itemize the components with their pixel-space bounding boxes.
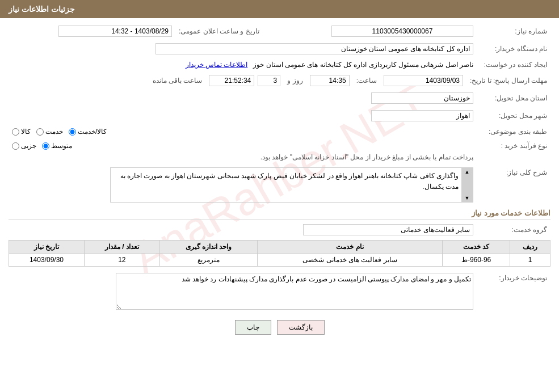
jozii-label: جزیی bbox=[21, 142, 36, 150]
noeFarayand-label: نوع فرآیند خرید : bbox=[477, 140, 550, 151]
col-kod: کد خدمت bbox=[443, 241, 510, 254]
services-table: ردیف کد خدمت نام خدمت واحد اندازه گیری ت… bbox=[9, 240, 550, 267]
page-title: جزئیات اطلاعات نیاز bbox=[9, 5, 75, 14]
ijad-table: ایجاد کننده در خواست: ناصر اصل شرهانی مس… bbox=[9, 59, 550, 70]
ostan-input[interactable] bbox=[371, 92, 473, 104]
page-container: جزئیات اطلاعات نیاز AnaRahber.NET شماره … bbox=[0, 0, 559, 392]
mohlat-rooz-input[interactable] bbox=[258, 75, 280, 86]
ostan-table: استان محل تحویل: bbox=[9, 91, 550, 106]
mohlat-mande-label: ساعت باقی مانده bbox=[149, 75, 206, 86]
mohlat-mande-input[interactable] bbox=[209, 75, 254, 86]
motavasset-radio[interactable] bbox=[42, 142, 49, 150]
grooh-input[interactable] bbox=[303, 224, 473, 235]
jozii-radio-item: جزیی bbox=[12, 142, 36, 150]
grooh-label: گروه خدمت: bbox=[477, 222, 550, 237]
ijadKonande-text: ناصر اصل شرهانی مسئول کاربردازی اداره کل… bbox=[253, 61, 473, 69]
mohlat-rooz-label: روز و bbox=[284, 75, 306, 86]
col-tedad: تعداد / مقدار bbox=[84, 241, 159, 254]
dasgah-table: نام دستگاه خریدار: bbox=[9, 41, 550, 56]
kala-label: کالا bbox=[21, 128, 31, 136]
scroll-down-icon: ▼ bbox=[465, 195, 470, 201]
cell-vahed: مترمربع bbox=[159, 254, 257, 267]
scroll-up-icon: ▲ bbox=[465, 169, 470, 175]
cell-nam: سایر فعالیت های خدماتی شخصی bbox=[257, 254, 442, 267]
col-radif: ردیف bbox=[510, 241, 550, 254]
mohlat-table: مهلت ارسال پاسخ: تا تاریخ: ساعت: روز و س… bbox=[9, 73, 550, 88]
main-content: AnaRahber.NET شماره نیاز: تاریخ و ساعت ا… bbox=[0, 18, 559, 340]
sharhKoli-text: واگذاری کافی شاپ کتابخانه باهنر اهواز وا… bbox=[111, 168, 461, 195]
mohlat-date-input[interactable] bbox=[384, 75, 463, 86]
sharhKoli-label: شرح کلی نیاز: bbox=[477, 166, 550, 204]
tarikh-label: تاریخ و ساعت اعلان عمومی: bbox=[175, 24, 271, 39]
tabaghebandi-table: طبقه بندی موضوعی: کالا خدمت bbox=[9, 126, 550, 137]
shomareNiaz-input[interactable] bbox=[331, 26, 473, 37]
print-button[interactable]: چاپ bbox=[235, 320, 271, 335]
namDasgah-label: نام دستگاه خریدار: bbox=[477, 41, 550, 56]
kala-khedmat-radio-item: کالا/خدمت bbox=[69, 128, 107, 136]
col-nam: نام خدمت bbox=[257, 241, 442, 254]
sharh-table: شرح کلی نیاز: ▲ ▼ واگذاری کافی شاپ کتابخ… bbox=[9, 166, 550, 204]
col-tarikh: تاریخ نیاز bbox=[9, 241, 85, 254]
mohlat-saat-input[interactable] bbox=[310, 75, 350, 86]
tozihat-table: توضیحات خریدار: bbox=[9, 271, 550, 313]
grooh-table: گروه خدمت: bbox=[9, 222, 550, 237]
ostan-label: استان محل تحویل: bbox=[477, 91, 550, 106]
khedmat-label: خدمت bbox=[45, 128, 63, 136]
mohlat-saat-label: ساعت: bbox=[353, 75, 380, 86]
back-button[interactable]: بازگشت bbox=[277, 320, 325, 335]
cell-tedad: 12 bbox=[84, 254, 159, 267]
khedmat-radio[interactable] bbox=[36, 128, 44, 136]
faryand-table: نوع فرآیند خرید : جزیی متوسط bbox=[9, 140, 550, 163]
kala-radio[interactable] bbox=[12, 128, 19, 136]
shahr-input[interactable] bbox=[371, 110, 473, 121]
top-info-table: شماره نیاز: تاریخ و ساعت اعلان عمومی: bbox=[9, 24, 550, 39]
kala-radio-item: کالا bbox=[12, 128, 31, 136]
tabaghebandi-label: طبقه بندی موضوعی: bbox=[477, 126, 550, 137]
mohlat-label: مهلت ارسال پاسخ: تا تاریخ: bbox=[466, 73, 550, 88]
motavasset-radio-item: متوسط bbox=[42, 142, 72, 150]
noeFarayand-desc: پرداخت تمام یا بخشی از مبلغ خریدار از مح… bbox=[260, 153, 473, 161]
cell-radif: 1 bbox=[510, 254, 550, 267]
motavasset-label: متوسط bbox=[51, 142, 72, 150]
ijadKonande-link[interactable]: اطلاعات تماس خریدار bbox=[186, 61, 248, 69]
button-row: بازگشت چاپ bbox=[9, 320, 550, 335]
sharh-scroll-buttons[interactable]: ▲ ▼ bbox=[461, 168, 473, 202]
page-header: جزئیات اطلاعات نیاز bbox=[0, 0, 559, 18]
shahr-label: شهر محل تحویل: bbox=[477, 108, 550, 123]
kala-khedmat-label: کالا/خدمت bbox=[78, 128, 107, 136]
col-vahed: واحد اندازه گیری bbox=[159, 241, 257, 254]
shomareNiaz-label: شماره نیاز: bbox=[477, 24, 550, 39]
table-row: 1 960-96-ط سایر فعالیت های خدماتی شخصی م… bbox=[9, 254, 550, 267]
tozihat-label: توضیحات خریدار: bbox=[477, 271, 550, 313]
tozihat-textarea[interactable] bbox=[116, 273, 473, 310]
ijadKonande-label: ایجاد کننده در خواست: bbox=[477, 59, 550, 70]
khedmat-radio-item: خدمت bbox=[36, 128, 63, 136]
cell-tarikh: 1403/09/30 bbox=[9, 254, 85, 267]
shahr-table: شهر محل تحویل: bbox=[9, 108, 550, 123]
kala-khedmat-radio[interactable] bbox=[69, 128, 76, 136]
tarikh-input[interactable] bbox=[58, 26, 172, 37]
jozii-radio[interactable] bbox=[12, 142, 19, 150]
khadamat-section-title: اطلاعات خدمات مورد نیاز bbox=[9, 209, 550, 220]
cell-kod: 960-96-ط bbox=[443, 254, 510, 267]
namDasgah-input[interactable] bbox=[155, 43, 473, 54]
